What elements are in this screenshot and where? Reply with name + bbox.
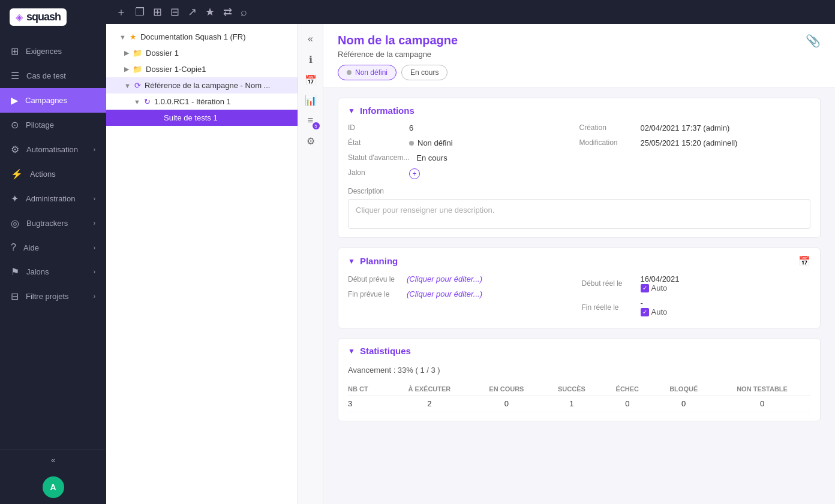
side-icon-settings-side[interactable]: ⚙ — [301, 131, 321, 151]
tree-toggle-campagne-ref[interactable]: ▼ — [124, 82, 131, 89]
info-label-modification: Modification — [579, 138, 633, 147]
sidebar-item-aide[interactable]: ? Aide › — [0, 236, 106, 259]
nav-arrow-bugtrackers: › — [94, 220, 95, 227]
planning-label-debut-prevu: Début prévu le — [348, 275, 402, 283]
sidebar-item-campagnes[interactable]: ▶ Campagnes — [0, 88, 106, 113]
cas-de-test-icon: ☰ — [11, 70, 19, 82]
sidebar-item-actions[interactable]: ⚡ Actions — [0, 162, 106, 186]
tree-root[interactable]: ▼ ★ Documentation Squash 1 (FR) — [106, 29, 298, 45]
sidebar-item-automatisation[interactable]: ⚙ Automatisation › — [0, 137, 106, 162]
side-icon-list-side[interactable]: ≡5 — [301, 110, 321, 131]
stats-header-excuter: À EXÉCUTER — [388, 383, 471, 396]
tree-label-dossier1: Dossier 1 — [146, 49, 293, 58]
tree-label-iteration1: 1.0.0.RC1 - Itération 1 — [154, 97, 293, 106]
automatisation-icon: ⚙ — [11, 144, 19, 155]
star-icon[interactable]: ★ — [205, 5, 215, 19]
logo-icon: ◈ — [16, 11, 23, 23]
side-icon-calendar-side[interactable]: 📅 — [301, 70, 321, 90]
debut-reel-checkbox[interactable]: ✓ — [641, 284, 649, 292]
campaign-icon-campagne-ref: ⟳ — [134, 81, 141, 90]
export-icon[interactable]: ↗ — [188, 5, 197, 19]
sidebar-item-label-actions: Actions — [30, 170, 56, 179]
planning-label-debut-reel: Début réel le — [582, 279, 636, 288]
status-non-defini[interactable]: Non défini — [338, 65, 397, 80]
stats-table: NB CTÀ EXÉCUTEREN COURSSUCCÈSÉCHECBLOQUÉ… — [348, 383, 810, 412]
star-icon: ★ — [130, 32, 137, 41]
info-row-statut: Statut d'avancem... En cours — [348, 150, 579, 165]
info-grid: ID 6 État Non défini — [348, 120, 810, 182]
statistiques-section: ▼ Statistiques Avancement : 33% ( 1 / 3 … — [338, 338, 821, 421]
planning-label-fin-reelle: Fin réelle le — [582, 303, 636, 312]
avatar[interactable]: A — [43, 476, 64, 498]
planning-section: ▼ Planning 📅 Début prévu le (Cliquer — [338, 248, 821, 328]
sidebar-item-jalons[interactable]: ⚑ Jalons › — [0, 259, 106, 284]
sidebar: ◈ squash ⊞ Exigences ☰ Cas de test ▶ Cam… — [0, 0, 106, 504]
informations-section-body: ID 6 État Non défini — [338, 120, 820, 237]
nav-arrow-aide: › — [94, 245, 95, 251]
info-value-etat: Non défini — [409, 138, 453, 147]
tree-label-campagne-ref: Référence de la campagne - Nom ... — [145, 81, 293, 90]
planning-section-header[interactable]: ▼ Planning 📅 — [338, 248, 820, 271]
side-icon-collapse[interactable]: « — [301, 29, 321, 49]
tree-label-suite1: Suite de tests 1 — [164, 113, 293, 122]
sidebar-collapse-button[interactable]: « — [0, 449, 106, 470]
sidebar-item-pilotage[interactable]: ⊙ Pilotage — [0, 113, 106, 137]
planning-value-fin-reelle: - ✓ Auto — [641, 298, 668, 316]
planning-value-debut-prevu[interactable]: (Cliquer pour éditer...) — [407, 274, 482, 283]
stats-cell-0: 3 — [348, 396, 388, 412]
informations-toggle-icon: ▼ — [348, 107, 355, 115]
pilotage-icon: ⊙ — [11, 119, 19, 131]
description-field[interactable]: Cliquer pour renseigner une description. — [348, 199, 810, 229]
tree-toggle-iteration1[interactable]: ▼ — [134, 98, 140, 105]
planning-value-fin-prevue[interactable]: (Cliquer pour éditer...) — [407, 289, 482, 298]
delete-icon[interactable]: ⊟ — [170, 5, 179, 19]
tree-toggle-dossier1copie[interactable]: ▶ — [124, 65, 129, 73]
tree-item-suite1[interactable]: ◆ Suite de tests 1 — [106, 110, 298, 126]
planning-calendar-icon[interactable]: 📅 — [798, 255, 810, 267]
sidebar-item-administration[interactable]: ✦ Administration › — [0, 186, 106, 211]
sidebar-item-filtre-projets[interactable]: ⊟ Filtre projets › — [0, 284, 106, 309]
status-en-cours[interactable]: En cours — [401, 65, 447, 80]
filtre-projets-icon: ⊟ — [11, 291, 19, 302]
logo-box[interactable]: ◈ squash — [10, 8, 67, 26]
detail-header: Nom de la campagne Référence de la campa… — [323, 24, 835, 88]
nav-arrow-administration: › — [94, 195, 95, 202]
add-jalon-icon[interactable]: + — [409, 168, 420, 179]
description-label: Description — [348, 187, 810, 195]
informations-section: ▼ Informations ID 6 — [338, 98, 821, 238]
folder-icon-dossier1copie: 📁 — [133, 65, 142, 74]
info-right-col: Création 02/04/2021 17:37 (admin) Modifi… — [579, 120, 811, 182]
stats-header-nbct: NB CT — [348, 383, 388, 396]
tree-toggle-dossier1[interactable]: ▶ — [124, 49, 129, 57]
paperclip-icon[interactable]: 📎 — [806, 34, 821, 48]
campagnes-icon: ▶ — [11, 95, 18, 106]
sidebar-item-bugtrackers[interactable]: ◎ Bugtrackers › — [0, 211, 106, 236]
stats-header-nontestable: NON TESTABLE — [714, 383, 810, 396]
info-value-jalon: + — [409, 168, 420, 179]
detail-subtitle: Référence de la campagne — [338, 50, 458, 59]
tree-item-iteration1[interactable]: ▼ ↻ 1.0.0.RC1 - Itération 1 — [106, 93, 298, 110]
tree-item-campagne-ref[interactable]: ▼ ⟳ Référence de la campagne - Nom ... — [106, 77, 298, 93]
planning-row-fin-reelle: Fin réelle le - ✓ Auto — [582, 295, 811, 319]
search-icon[interactable]: ⌕ — [241, 5, 247, 19]
planning-row-debut-prevu: Début prévu le (Cliquer pour éditer...) — [348, 271, 577, 286]
informations-section-header[interactable]: ▼ Informations — [338, 98, 820, 120]
sidebar-item-label-bugtrackers: Bugtrackers — [26, 219, 68, 228]
tree-item-dossier1[interactable]: ▶ 📁 Dossier 1 — [106, 45, 298, 61]
folder-icon[interactable]: ⊞ — [153, 5, 162, 19]
side-icons-panel: «ℹ📅📊≡5⚙ — [298, 24, 323, 504]
sidebar-item-exigences[interactable]: ⊞ Exigences — [0, 39, 106, 64]
actions-icon: ⚡ — [11, 168, 23, 180]
sidebar-logo: ◈ squash — [0, 0, 106, 34]
sort-icon[interactable]: ⇄ — [223, 5, 232, 19]
side-icon-info[interactable]: ℹ — [301, 49, 321, 70]
planning-section-title: Planning — [360, 256, 794, 266]
sidebar-item-cas-de-test[interactable]: ☰ Cas de test — [0, 64, 106, 88]
copy-icon[interactable]: ❐ — [135, 5, 145, 19]
tree-item-dossier1copie[interactable]: ▶ 📁 Dossier 1-Copie1 — [106, 61, 298, 77]
fin-reelle-checkbox[interactable]: ✓ — [641, 308, 649, 316]
add-icon[interactable]: ＋ — [116, 5, 127, 19]
statistiques-section-header[interactable]: ▼ Statistiques — [338, 339, 820, 361]
sidebar-nav: ⊞ Exigences ☰ Cas de test ▶ Campagnes ⊙ … — [0, 34, 106, 449]
side-icon-chart-side[interactable]: 📊 — [301, 90, 321, 110]
